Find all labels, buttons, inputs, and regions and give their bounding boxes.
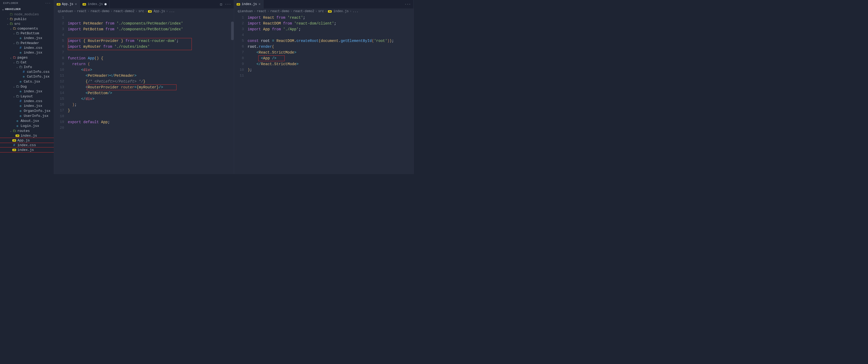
code-line-11[interactable] — [248, 73, 414, 78]
code-line-10[interactable]: <div> — [68, 67, 234, 73]
code-line-9[interactable]: </React.StrictMode> — [248, 61, 414, 67]
file-UserInfo.jsx[interactable]: ⚛UserInfo.jsx — [0, 113, 54, 119]
breadcrumb-segment[interactable]: react — [77, 9, 87, 13]
code-line-19[interactable]: export default App; — [68, 119, 234, 125]
scrollbar[interactable] — [231, 22, 234, 40]
breadcrumb-segment[interactable]: qianduan — [58, 9, 73, 13]
more-icon[interactable]: ··· — [225, 2, 231, 6]
breadcrumb-segment[interactable]: react-demo — [91, 9, 110, 13]
code-line-3[interactable]: import PetBottom from './components/PetB… — [68, 26, 234, 32]
breadcrumb-segment[interactable]: ... — [169, 9, 175, 13]
breadcrumb-segment[interactable]: qianduan — [238, 9, 253, 13]
code-right[interactable]: import React from 'react';import ReactDO… — [248, 14, 414, 174]
close-icon[interactable]: × — [75, 2, 77, 6]
file-index.jsx[interactable]: ⚛index.jsx — [0, 89, 54, 94]
code-line-2[interactable]: import ReactDOM from 'react-dom/client'; — [248, 21, 414, 26]
tab-index.js[interactable]: JSindex.js — [80, 0, 110, 8]
code-line-18[interactable] — [68, 113, 234, 119]
editor-group-left: JSApp.js×JSindex.js◫··· qianduan›react›r… — [54, 0, 234, 174]
file-OrganInfo.jsx[interactable]: ⚛OrganInfo.jsx — [0, 108, 54, 113]
folder-dog[interactable]: ⌄🗀Dog — [0, 84, 54, 89]
file-index.css[interactable]: #index.css — [0, 99, 54, 103]
tab-index.js[interactable]: JSindex.js× — [234, 0, 264, 8]
folder-layout[interactable]: ⌄🗀Layout — [0, 94, 54, 99]
code-line-7[interactable]: <React.StrictMode> — [248, 49, 414, 55]
more-icon[interactable]: ··· — [405, 2, 411, 6]
folder-components[interactable]: ⌄🗀components — [0, 26, 54, 31]
more-icon[interactable]: ··· — [45, 2, 51, 5]
code-line-1[interactable] — [68, 15, 234, 21]
code-area-right[interactable]: 1234567891011 import React from 'react';… — [234, 14, 414, 174]
breadcrumb-segment[interactable]: react-demo — [271, 9, 289, 13]
file-index.jsx[interactable]: ⚛index.jsx — [0, 36, 54, 41]
breadcrumb-segment[interactable]: src — [318, 9, 324, 13]
folder-petheader[interactable]: ⌄🗀PetHeader — [0, 41, 54, 45]
code-line-3[interactable]: import App from './App'; — [248, 26, 414, 32]
code-line-5[interactable]: import { RouterProvider } from 'react-ro… — [68, 38, 234, 44]
breadcrumb-left[interactable]: qianduan›react›react-demo›react-demo2›sr… — [54, 8, 234, 14]
breadcrumb-right[interactable]: qianduan›react›react-demo›react-demo2›sr… — [234, 8, 414, 14]
folder-pages[interactable]: ⌄🗀pages — [0, 55, 54, 60]
tab-App.js[interactable]: JSApp.js× — [54, 0, 80, 8]
editor-area: JSApp.js×JSindex.js◫··· qianduan›react›r… — [54, 0, 414, 174]
code-line-13[interactable]: <RouterProvider router={myRouter}/> — [68, 85, 234, 90]
code-line-16[interactable]: ); — [68, 102, 234, 108]
explorer-sidebar: EXPLORER ··· ⌄ HBUUILDER 🗀node_modules›🗀… — [0, 0, 54, 174]
file-index.css[interactable]: #index.css — [0, 143, 54, 147]
js-icon: JS — [83, 3, 86, 5]
code-area-left[interactable]: 1234567891011121314151617181920 import P… — [54, 14, 234, 174]
js-icon: JS — [148, 10, 152, 13]
code-line-4[interactable] — [68, 32, 234, 38]
code-line-8[interactable]: <App /> — [248, 55, 414, 61]
code-line-2[interactable]: import PetHeader from './components/PetH… — [68, 21, 234, 26]
folder-node_modules[interactable]: 🗀node_modules — [0, 12, 54, 16]
folder-src[interactable]: ⌄🗀src — [0, 21, 54, 26]
folder-public[interactable]: ›🗀public — [0, 16, 54, 21]
code-line-14[interactable]: <PetBottom/> — [68, 90, 234, 96]
editor-group-right: JSindex.js×··· qianduan›react›react-demo… — [234, 0, 414, 174]
close-icon[interactable]: × — [258, 2, 261, 6]
folder-petbottom[interactable]: ⌄🗀PetBottom — [0, 31, 54, 36]
code-line-6[interactable]: root.render( — [248, 44, 414, 49]
code-left[interactable]: import PetHeader from './components/PetH… — [68, 14, 234, 174]
file-CatInfo.jsx[interactable]: ⚛CatInfo.jsx — [0, 74, 54, 79]
file-index.js[interactable]: JSindex.js — [0, 133, 54, 138]
file-About.jsx[interactable]: ⚛About.jsx — [0, 119, 54, 124]
file-Login.jsx[interactable]: ⚛Login.jsx — [0, 124, 54, 128]
file-index.jsx[interactable]: ⚛index.jsx — [0, 50, 54, 55]
breadcrumb-segment[interactable]: JS index.js — [328, 9, 348, 13]
breadcrumb-segment[interactable]: react-demo2 — [114, 9, 134, 13]
code-line-9[interactable]: return ( — [68, 61, 234, 67]
file-Cats.jsx[interactable]: ⚛Cats.jsx — [0, 79, 54, 84]
code-line-8[interactable]: function App() { — [68, 55, 234, 61]
breadcrumb-segment[interactable]: src — [138, 9, 144, 13]
code-line-10[interactable]: ); — [248, 67, 414, 73]
gutter-left: 1234567891011121314151617181920 — [54, 14, 68, 174]
code-line-5[interactable]: const root = ReactDOM.createRoot(documen… — [248, 38, 414, 44]
breadcrumb-segment[interactable]: ... — [353, 9, 359, 13]
file-index.js[interactable]: JSindex.js — [0, 147, 54, 152]
code-line-20[interactable] — [68, 125, 234, 131]
folder-info[interactable]: ⌄🗀Info — [0, 65, 54, 69]
code-line-7[interactable] — [68, 49, 234, 55]
split-icon[interactable]: ◫ — [220, 2, 222, 6]
file-App.js[interactable]: JSApp.js — [0, 138, 54, 143]
code-line-4[interactable] — [248, 32, 414, 38]
code-line-15[interactable]: </div> — [68, 96, 234, 102]
project-header[interactable]: ⌄ HBUUILDER — [0, 6, 54, 12]
gutter-right: 1234567891011 — [234, 14, 248, 174]
explorer-header: EXPLORER ··· — [0, 0, 54, 6]
folder-cat[interactable]: ⌄🗀Cat — [0, 60, 54, 65]
breadcrumb-segment[interactable]: JS App.js — [148, 9, 165, 13]
folder-routes[interactable]: ⌄🗀routes — [0, 128, 54, 133]
file-catInfo.css[interactable]: #catInfo.css — [0, 69, 54, 74]
code-line-12[interactable]: {/* <PetLeft></PetLeft> */} — [68, 78, 234, 85]
breadcrumb-segment[interactable]: react — [257, 9, 266, 13]
file-index.css[interactable]: #index.css — [0, 45, 54, 50]
code-line-6[interactable]: import myRouter from './routes/index' — [68, 44, 234, 49]
code-line-11[interactable]: <PetHeader></PetHeader> — [68, 73, 234, 78]
code-line-17[interactable]: } — [68, 108, 234, 113]
breadcrumb-segment[interactable]: react-demo2 — [293, 9, 314, 13]
file-index.jsx[interactable]: ⚛index.jsx — [0, 103, 54, 108]
code-line-1[interactable]: import React from 'react'; — [248, 15, 414, 21]
